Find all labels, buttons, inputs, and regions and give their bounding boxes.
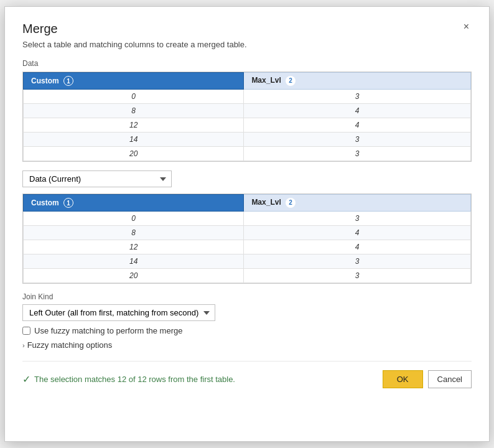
data-label: Data (22, 59, 472, 68)
table2-col1-header[interactable]: Custom 1 (24, 195, 244, 212)
join-kind-label: Join Kind (22, 292, 472, 301)
close-button[interactable]: × (461, 22, 472, 32)
cell: 3 (244, 269, 471, 283)
table2: Custom 1 Max_Lvl 2 0 3 (23, 194, 471, 283)
cell: 8 (24, 226, 244, 240)
button-row: OK Cancel (383, 370, 472, 388)
cell: 20 (24, 147, 244, 161)
dialog-title: Merge (22, 22, 58, 36)
cell: 4 (244, 240, 471, 254)
table1-header-row: Custom 1 Max_Lvl 2 (24, 73, 471, 90)
cell: 4 (244, 118, 471, 133)
table-row: 8 4 (24, 226, 471, 240)
table1-col2-header[interactable]: Max_Lvl 2 (244, 73, 471, 90)
cancel-button[interactable]: Cancel (428, 370, 472, 388)
title-bar: Merge × (22, 22, 472, 36)
fuzzy-checkbox-row: Use fuzzy matching to perform the merge (22, 326, 472, 335)
cell: 3 (244, 133, 471, 147)
table-row: 20 3 (24, 269, 471, 283)
cell: 12 (24, 240, 244, 254)
table-row: 0 3 (24, 212, 471, 226)
data-section-1: Data Custom 1 (22, 59, 472, 162)
cell: 0 (24, 90, 244, 104)
cell: 20 (24, 269, 244, 283)
status-area: ✓ The selection matches 12 of 12 rows fr… (22, 373, 235, 385)
cell: 3 (244, 90, 471, 104)
data-section-2: Data (Current) Data Custom (22, 170, 472, 284)
table-row: 0 3 (24, 90, 471, 104)
table-row: 20 3 (24, 147, 471, 161)
cell: 3 (244, 212, 471, 226)
cell: 8 (24, 104, 244, 118)
table-row: 14 3 (24, 133, 471, 147)
cell: 12 (24, 118, 244, 133)
cell: 3 (244, 147, 471, 161)
table-row: 12 4 (24, 240, 471, 254)
ok-button[interactable]: OK (383, 370, 423, 388)
table1: Custom 1 Max_Lvl 2 0 3 (23, 72, 471, 161)
fuzzy-options-label: Fuzzy matching options (27, 340, 113, 350)
table2-dropdown-row: Data (Current) Data (22, 170, 472, 187)
merge-dialog: Merge × Select a table and matching colu… (4, 6, 490, 442)
dialog-subtitle: Select a table and matching columns to c… (22, 40, 472, 49)
table2-container: Custom 1 Max_Lvl 2 0 3 (22, 194, 472, 284)
fuzzy-options-link[interactable]: › Fuzzy matching options (22, 340, 472, 350)
fuzzy-checkbox[interactable] (22, 327, 30, 335)
table2-dropdown[interactable]: Data (Current) Data (22, 170, 172, 187)
table2-header-row: Custom 1 Max_Lvl 2 (24, 195, 471, 212)
cell: 4 (244, 226, 471, 240)
table-row: 8 4 (24, 104, 471, 118)
chevron-right-icon: › (22, 342, 25, 349)
status-row: ✓ The selection matches 12 of 12 rows fr… (22, 361, 472, 388)
cell: 14 (24, 254, 244, 269)
join-kind-section: Join Kind Left Outer (all from first, ma… (22, 292, 472, 321)
table-row: 14 3 (24, 254, 471, 269)
check-icon: ✓ (22, 373, 30, 385)
join-kind-dropdown[interactable]: Left Outer (all from first, matching fro… (22, 304, 215, 321)
cell: 3 (244, 254, 471, 269)
table-row: 12 4 (24, 118, 471, 133)
table2-col2-header[interactable]: Max_Lvl 2 (244, 195, 471, 212)
table1-col1-header[interactable]: Custom 1 (24, 73, 244, 90)
cell: 14 (24, 133, 244, 147)
cell: 0 (24, 212, 244, 226)
status-text: The selection matches 12 of 12 rows from… (34, 375, 235, 384)
table1-container: Custom 1 Max_Lvl 2 0 3 (22, 72, 472, 162)
fuzzy-checkbox-label[interactable]: Use fuzzy matching to perform the merge (34, 326, 182, 335)
cell: 4 (244, 104, 471, 118)
